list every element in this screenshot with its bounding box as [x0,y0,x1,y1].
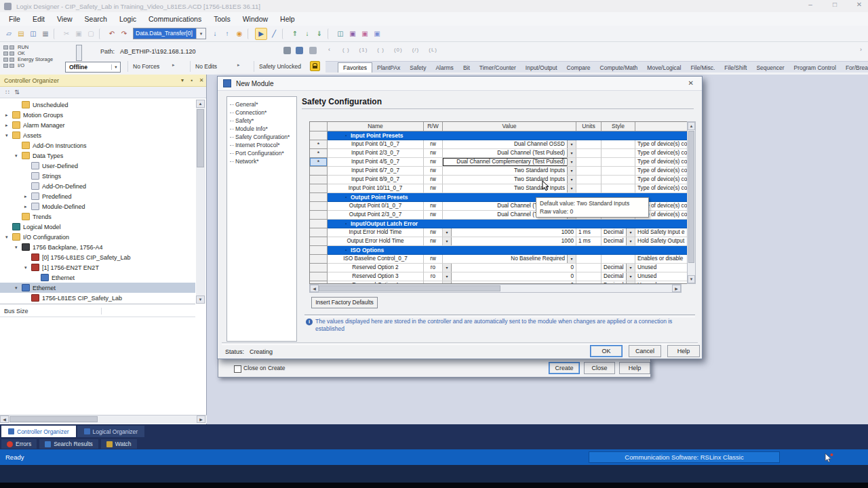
name-cell[interactable]: Input Point 8/9_0_7 [328,176,424,184]
dialog-nav-item[interactable]: Internet Protocol* [227,141,296,149]
tree-item[interactable]: Add-On-Defined [0,181,195,191]
tree-item[interactable]: [1] 1756-EN2T EN2T [0,262,195,272]
value-cell[interactable]: Dual Channel (Test Pulsed) [443,149,576,158]
instruction-tab[interactable]: File/Shift [719,63,751,73]
tree-item[interactable]: Data Types [0,150,195,161]
scroll-right-icon[interactable]: ▶ [197,415,205,423]
new-icon[interactable]: ▱ [3,28,14,39]
row-selector-cell[interactable] [310,167,328,176]
tag-tool-icon[interactable]: ▣ [359,28,370,39]
instruction-tab[interactable]: File/Misc. [686,63,719,73]
paste-icon[interactable]: ▢ [85,28,96,39]
rung-element-icon[interactable]: (0) [394,47,403,53]
instruction-tab[interactable]: Bit [458,63,475,73]
value-text[interactable]: 1000 [452,228,576,237]
name-cell[interactable]: Output Error Hold Time [328,237,424,246]
value-text[interactable]: Dual Channel Complementary (Test Pulsed) [443,158,567,166]
tree-item[interactable]: Strings [0,171,195,181]
row-selector-cell[interactable] [310,131,328,140]
safety-unlocked-icon[interactable] [310,61,320,71]
help-button[interactable]: Help [667,345,700,357]
value-cell[interactable]: 1000 [443,237,576,246]
undo-icon[interactable]: ↶ [106,28,117,39]
tree-item[interactable]: Ethernet [0,272,195,283]
table-row[interactable]: Input/Output Latch Error Input/Output La… [310,220,688,228]
style-cell[interactable]: Decimal [601,237,635,246]
table-vscrollbar[interactable]: ▲ ▼ [687,121,696,284]
table-row[interactable]: * Input Point 0/1_0_7 Input Point 0/1_0_… [310,140,688,149]
tree-item[interactable]: Add-On Instructions [0,140,195,150]
value-cell[interactable]: 0 [443,272,576,281]
value-text[interactable]: 0 [452,272,576,281]
name-cell[interactable]: Output Point 0/1_0_7 [328,202,424,211]
value-text[interactable]: Dual Channel OSSD [443,140,567,148]
browse-down-icon[interactable]: ↓ [210,28,220,39]
chevron-down-icon[interactable] [567,184,576,192]
tree-item[interactable]: User-Defined [0,161,195,171]
scroll-left-icon[interactable]: ◀ [310,285,319,292]
download-icon[interactable]: ⇓ [314,28,325,39]
safety-status[interactable]: Safety Unlocked [259,63,301,70]
style-cell[interactable] [601,140,635,149]
tree-item[interactable]: Alarm Manager [0,120,195,130]
chevron-down-icon[interactable] [567,140,576,148]
tree-item[interactable]: Predefined [0,191,195,201]
chevron-down-icon[interactable] [567,176,576,184]
tree-item[interactable]: Assets [0,130,195,140]
table-row[interactable]: Input Point 6/7_0_7 Input Point 6/7_0_7 … [310,167,688,176]
forces-status[interactable]: No Forces [133,63,159,70]
scroll-down-icon[interactable]: ▼ [688,275,695,283]
tag-combo-value[interactable]: Data.Data_Transfer[0] [134,28,196,39]
value-cell[interactable]: Dual Channel OSSD [443,140,576,149]
separator[interactable] [54,28,58,39]
tree-item[interactable]: Module-Defined [0,201,195,211]
tree-expander-icon[interactable] [5,133,12,138]
minimize-icon[interactable]: – [806,1,815,8]
chevron-down-icon[interactable] [626,264,635,272]
style-cell[interactable] [601,176,635,184]
dialog-nav-item[interactable]: Safety* [227,117,296,125]
menu-item[interactable]: Logic [113,14,142,24]
value-text[interactable]: 1000 [452,237,576,245]
organizer-tab[interactable]: Controller Organizer [1,426,76,437]
value-text[interactable]: No Baseline Required [443,255,567,263]
tree-item[interactable]: Trends [0,211,195,222]
value-cell[interactable]: Two Standard Inputs [443,176,576,184]
tree-expander-icon[interactable] [5,235,12,240]
output-panel-tab[interactable]: Watch [101,439,137,449]
style-cell[interactable] [601,167,635,176]
name-cell[interactable]: ISO Baseline Control_0_7 [328,255,424,264]
chevron-down-icon[interactable] [567,158,576,166]
rung-element-icon[interactable]: (/) [412,47,420,53]
separator[interactable] [328,28,332,39]
print-icon[interactable]: ▦ [40,28,51,39]
menu-item[interactable]: View [51,14,79,24]
name-cell[interactable]: Reserved Option 3 [328,272,424,281]
value-cell[interactable]: Two Standard Inputs [443,167,576,176]
row-selector-cell[interactable]: * [310,158,328,167]
copy-icon[interactable]: ▣ [73,28,84,39]
style-cell[interactable]: Decimal [601,272,635,281]
name-cell[interactable]: Input Point 0/1_0_7 [328,140,424,149]
table-row[interactable]: ISO Options ISO Options [310,246,688,255]
tree-expander-icon[interactable] [5,123,12,128]
row-selector-cell[interactable] [310,237,328,246]
close-icon[interactable]: ✕ [854,1,864,8]
tree-item[interactable]: Logical Model [0,222,195,232]
rung-element-icon[interactable]: ( ) [342,47,350,53]
chevron-down-icon[interactable]: ▾ [178,77,187,83]
menu-item[interactable]: Help [274,14,301,24]
scroll-up-icon[interactable]: ▲ [688,122,695,130]
chevron-down-icon[interactable] [567,167,576,175]
help-button[interactable]: Help [619,362,650,374]
instruction-tab[interactable]: Favorites [338,62,372,73]
scroll-right-icon[interactable]: ▶ [672,285,681,292]
table-row[interactable]: ISO Baseline Control_0_7 ISO Baseline Co… [310,255,688,264]
table-row[interactable]: Output Error Hold Time Output Error Hold… [310,237,688,246]
name-cell[interactable]: Input Error Hold Time [328,228,424,237]
value-text[interactable]: Dual Channel (Test Pulsed) [443,149,567,157]
verify-controller-icon[interactable]: ↓ [302,28,313,39]
sort-icon[interactable]: ⇅ [12,88,22,97]
tree-expander-icon[interactable] [15,285,22,291]
row-selector-cell[interactable] [310,202,328,211]
